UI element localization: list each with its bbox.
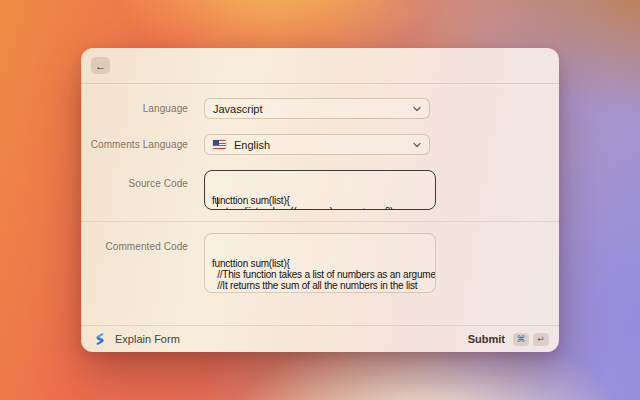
command-key-icon: ⌘ xyxy=(513,333,529,346)
footer-bar: Explain Form Submit ⌘ ↵ xyxy=(81,325,559,352)
language-dropdown[interactable]: Javascript xyxy=(204,98,430,119)
source-code-text: functtion sum(list){ return liist.reduce… xyxy=(212,196,430,210)
commented-code-textarea[interactable]: functtion sum(list){ //This function tak… xyxy=(204,233,436,293)
section-divider xyxy=(81,221,559,222)
text-cursor xyxy=(217,197,218,207)
comments-language-label: Comments Language xyxy=(81,139,188,150)
back-button[interactable]: ← xyxy=(91,57,110,74)
return-key-icon: ↵ xyxy=(533,333,549,346)
commented-code-label: Commented Code xyxy=(81,233,188,252)
form-row-commented-code: Commented Code functtion sum(list){ //Th… xyxy=(81,233,559,293)
back-arrow-icon: ← xyxy=(95,60,106,72)
submit-button[interactable]: Submit ⌘ ↵ xyxy=(468,333,549,346)
app-name: Explain Form xyxy=(115,333,180,345)
source-code-textarea[interactable]: functtion sum(list){ return liist.reduce… xyxy=(204,170,436,210)
source-code-label: Source Code xyxy=(81,170,188,189)
commented-code-text: functtion sum(list){ //This function tak… xyxy=(212,259,430,293)
form-window: ← Language Javascript Comments Language … xyxy=(81,48,559,352)
form-row-language: Language Javascript xyxy=(81,98,559,119)
submit-label: Submit xyxy=(468,333,505,345)
language-label: Language xyxy=(81,103,188,114)
chevron-down-icon xyxy=(413,142,421,148)
us-flag-icon xyxy=(213,140,226,149)
window-header: ← xyxy=(81,48,559,84)
comments-language-dropdown[interactable]: English xyxy=(204,134,430,155)
form-row-source-code: Source Code functtion sum(list){ return … xyxy=(81,170,559,210)
comments-language-dropdown-value: English xyxy=(234,139,270,151)
extension-logo-icon xyxy=(93,332,107,346)
language-dropdown-value: Javascript xyxy=(213,103,263,115)
form-area: Language Javascript Comments Language En… xyxy=(81,84,559,352)
form-row-comments-language: Comments Language English xyxy=(81,134,559,155)
chevron-down-icon xyxy=(413,106,421,112)
